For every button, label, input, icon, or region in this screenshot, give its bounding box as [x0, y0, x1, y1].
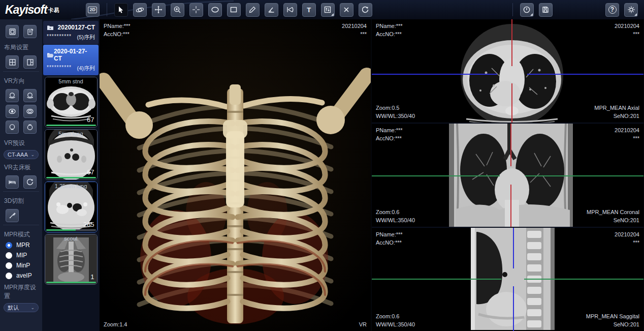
study-item-1[interactable]: 20200127-CT **********(5)序列	[43, 21, 99, 44]
left-sidebar: 布局设置 VR方向	[0, 19, 42, 331]
radio-label: MinP	[16, 262, 30, 269]
series-thumbnail-5mm-stnd[interactable]: 5mm stnd 67	[45, 77, 98, 128]
screen-layout-button[interactable]	[6, 25, 19, 38]
ellipse-tool-button[interactable]	[208, 3, 222, 17]
thumbnail-label: scout	[45, 235, 97, 242]
thumbnail-progress-fill	[46, 177, 96, 178]
cut-3d-label: 3D切割	[0, 194, 42, 206]
sidebar-divider	[3, 225, 39, 225]
zoom-in-tool-button[interactable]	[171, 3, 184, 17]
pan-icon	[154, 6, 163, 14]
bed-icon	[8, 178, 16, 186]
mpr-mode-radio-mip[interactable]: MIP	[0, 250, 42, 260]
vr-rotate-left-icon	[8, 92, 16, 100]
vr-viewport[interactable]: PName:*** AccNO:*** 20210204 *** Zoom:1.…	[100, 19, 371, 331]
settings-button[interactable]	[624, 3, 638, 17]
coronal-crosshair-horizontal[interactable]	[372, 175, 500, 176]
save-button[interactable]	[539, 3, 553, 17]
app-logo-text: Kayisoft	[5, 3, 47, 16]
study-series-count: (5)序列	[77, 34, 95, 41]
thumbnail-progress	[46, 177, 96, 178]
vr-direction-label: VR方向	[0, 74, 42, 86]
thumbnail-progress-fill	[46, 229, 76, 231]
vr-front-view-button[interactable]	[6, 105, 19, 118]
radio-label: MIP	[16, 252, 27, 259]
report-button[interactable]	[23, 25, 37, 38]
thumbnail-label: 5mm lung	[45, 131, 97, 137]
layout-2d-button[interactable]: 2D	[86, 3, 100, 17]
sagittal-crosshair-vertical[interactable]	[513, 286, 514, 331]
vr-rendering	[100, 19, 371, 331]
angle-icon	[267, 6, 275, 14]
crosshair-tool-button[interactable]	[189, 3, 203, 17]
remove-bed-button[interactable]	[6, 175, 19, 189]
rotate-3d-icon	[136, 6, 144, 14]
coronal-crosshair-vertical[interactable]	[510, 124, 511, 166]
delete-tool-button[interactable]	[340, 3, 353, 17]
sagittal-crosshair-vertical[interactable]	[513, 228, 514, 268]
mpr-thickness-value: 默认	[8, 304, 19, 312]
series-panel: 20200127-CT **********(5)序列 2020-01-27-C…	[42, 19, 100, 331]
chevron-down-icon: ⌄	[30, 305, 35, 310]
sagittal-crosshair-horizontal[interactable]	[524, 279, 643, 280]
series-thumbnail-125mm-lung[interactable]: 1.25mm lung 265	[45, 182, 98, 232]
split-layout-button[interactable]	[23, 55, 37, 69]
cut-knife-button[interactable]	[6, 209, 19, 222]
sagittal-crosshair-horizontal[interactable]	[372, 279, 501, 280]
thumbnail-label: 5mm stnd	[45, 78, 97, 84]
power-button[interactable]	[520, 3, 534, 17]
mpr-sagittal-viewport[interactable]: PName:*** AccNO:*** 20210204 *** Zoom:0.…	[372, 228, 643, 331]
vr-remove-bed-label: VR去床板	[0, 161, 42, 173]
mpr-thickness-select[interactable]: 默认⌄	[4, 303, 39, 312]
vr-preset-select[interactable]: CT-AAA⌄	[4, 150, 39, 159]
thumbnail-progress	[46, 125, 96, 126]
vr-back-view-button[interactable]	[23, 105, 37, 118]
cursor-tool-button[interactable]	[114, 3, 128, 17]
grid-layout-button[interactable]	[6, 55, 19, 69]
vr-rotate-right-button[interactable]	[23, 89, 37, 102]
ellipse-icon	[211, 6, 219, 14]
mpr-mode-radio-aveip[interactable]: aveIP	[0, 270, 42, 281]
reset-tool-button[interactable]	[359, 3, 372, 17]
split-layout-icon	[26, 58, 34, 66]
study-item-2[interactable]: 2020-01-27-CT **********(4)序列	[43, 45, 99, 75]
pencil-tool-button[interactable]	[246, 3, 260, 17]
mpr-mode-radio-minp[interactable]: MinP	[0, 260, 42, 270]
pan-tool-button[interactable]	[152, 3, 166, 17]
mpr-panel: PName:*** AccNO:*** 20210204 *** Zoom:0.…	[372, 19, 643, 331]
vr-preset-value: CT-AAA	[8, 152, 28, 158]
mpr-coronal-viewport[interactable]: PName:*** AccNO:*** 20210204 *** Zoom:0.…	[372, 124, 643, 227]
help-button[interactable]: ?	[605, 3, 619, 17]
axial-crosshair-horizontal[interactable]	[372, 74, 497, 75]
app-window: Kayisoft卡易 2D	[0, 0, 644, 331]
rectangle-tool-button[interactable]	[227, 3, 241, 17]
radio-label: aveIP	[16, 272, 32, 279]
grid-layout-icon	[9, 58, 16, 66]
window-level-tool-button[interactable]	[321, 3, 335, 17]
axial-crosshair-horizontal[interactable]	[527, 74, 643, 75]
vr-head-view-button[interactable]	[6, 121, 19, 134]
text-tool-button[interactable]: T	[302, 3, 316, 17]
mpr-axial-viewport[interactable]: PName:*** AccNO:*** 20210204 *** Zoom:0.…	[372, 19, 643, 123]
reset-bed-button[interactable]	[23, 175, 37, 189]
radio-unchecked-icon	[6, 273, 12, 279]
axial-crosshair-vertical[interactable]	[511, 83, 512, 123]
coronal-crosshair-vertical[interactable]	[510, 185, 511, 227]
vr-foot-view-button[interactable]	[23, 121, 37, 134]
cobb-angle-tool-button[interactable]	[283, 3, 297, 17]
thumbnail-progress-fill	[46, 125, 96, 126]
mpr-mode-label: MPR模式	[0, 228, 42, 240]
vr-rotate-left-button[interactable]	[6, 89, 19, 102]
text-tool-icon: T	[307, 6, 311, 14]
rotate-3d-tool-button[interactable]	[133, 3, 147, 17]
axial-crosshair-vertical[interactable]	[511, 19, 512, 66]
angle-tool-button[interactable]	[265, 3, 278, 17]
series-thumbnail-scout[interactable]: scout 1	[45, 234, 98, 285]
radio-unchecked-icon	[6, 262, 12, 269]
mpr-mode-radio-mpr[interactable]: MPR	[0, 240, 42, 250]
series-thumbnail-5mm-lung[interactable]: 5mm lung 67	[45, 129, 98, 180]
study-patient-masked: **********	[47, 65, 72, 72]
coronal-crosshair-horizontal[interactable]	[525, 175, 643, 176]
settings-gear-icon	[627, 6, 635, 14]
delete-icon	[343, 6, 350, 13]
